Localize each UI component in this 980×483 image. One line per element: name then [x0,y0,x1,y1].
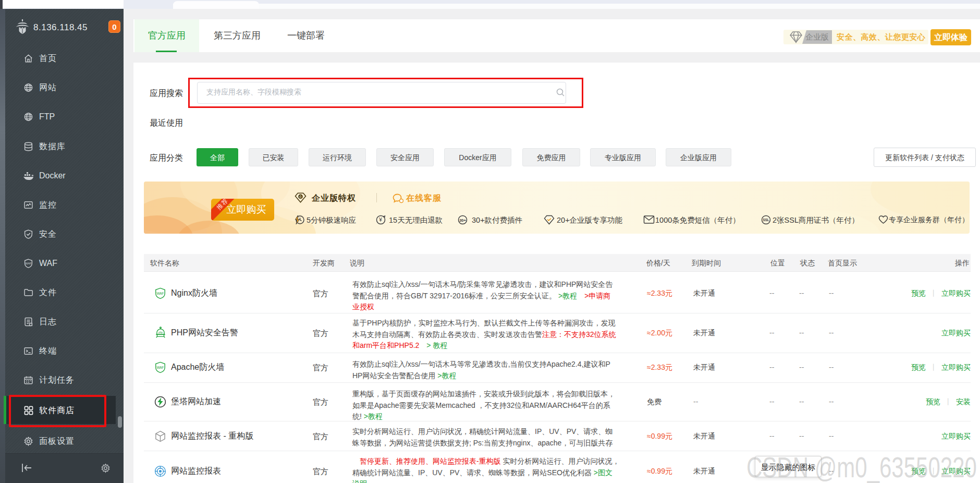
svg-text:WAF: WAF [26,262,32,265]
svg-text:php: php [158,331,163,334]
svg-text:¥: ¥ [378,217,382,223]
svg-text:SSL: SSL [763,218,769,222]
svg-text:WAF: WAF [156,292,164,295]
svg-text:企: 企 [299,195,302,198]
svg-text:30+: 30+ [459,218,466,223]
svg-text:WAF: WAF [156,366,164,369]
